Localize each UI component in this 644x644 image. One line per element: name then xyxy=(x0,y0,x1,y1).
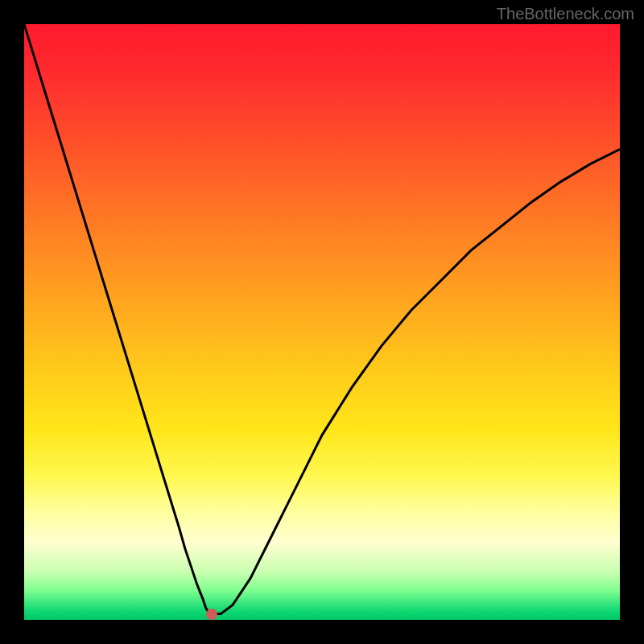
watermark-text: TheBottleneck.com xyxy=(497,5,634,23)
chart-curve xyxy=(24,24,620,620)
chart-marker-dot xyxy=(206,609,217,620)
chart-plot-area xyxy=(24,24,620,620)
